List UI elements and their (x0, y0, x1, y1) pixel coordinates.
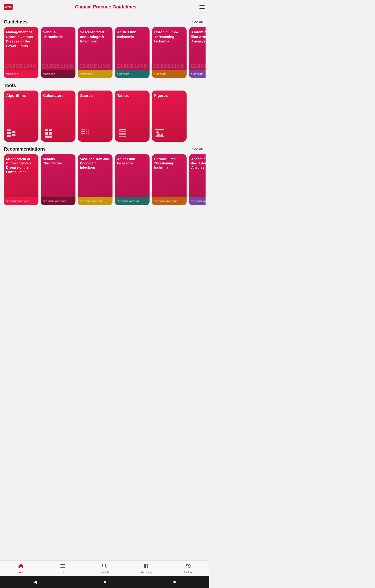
guideline-card-title: Management of Chronic Venous Disease of … (4, 27, 39, 50)
guideline-bottom-bar: GUIDELINE (41, 70, 75, 78)
guideline-bottom-label: GUIDELINE (117, 73, 129, 75)
rec-card-vascular-graft[interactable]: Vascular Graft and Endograft Infections … (78, 154, 112, 205)
rec-bottom-label: RECOMMENDATIONS (191, 200, 205, 202)
rec-card-venous-thrombosis[interactable]: Venous Thrombosis RECOMMENDATIONS (41, 154, 75, 205)
guideline-card-vascular-graft[interactable]: Vascular Graft and Endograft Infections … (78, 27, 112, 78)
tool-card-scores[interactable]: Scores (78, 91, 112, 142)
tools-section-header: Tools (4, 83, 205, 88)
guideline-card-title: Chronic Limb-Threatening Ischemia (152, 27, 187, 45)
guideline-bottom-bar: GUIDELINE (4, 70, 39, 78)
rec-bottom-bar: RECOMMENDATIONS (115, 197, 150, 205)
svg-rect-7 (45, 132, 48, 135)
rec-card-title: Abdominal Aorto-iliac Artery Aneurysms (189, 154, 205, 172)
rec-bottom-bar: RECOMMENDATIONS (4, 197, 39, 205)
guideline-card-venous-thrombosis[interactable]: Venous Thrombosis GUIDELINE GUIDELINE (41, 27, 75, 78)
rec-bottom-bar: RECOMMENDATIONS (152, 197, 187, 205)
guidelines-cards-scroll: Management of Chronic Venous Disease of … (4, 27, 205, 79)
recommendations-cards-scroll: Management of Chronic Venous Disease of … (4, 154, 205, 206)
guideline-bottom-bar: GUIDELINE (189, 70, 205, 78)
guideline-bottom-label: GUIDELINE (6, 73, 18, 75)
tools-cards-scroll: Algorithms Calculators (4, 91, 205, 143)
guideline-bottom-bar: GUIDELINE (152, 70, 187, 78)
algorithms-icon (6, 128, 36, 139)
calculators-icon (43, 128, 73, 139)
guideline-watermark: GUIDELINE (152, 62, 187, 70)
svg-rect-0 (7, 129, 11, 131)
rec-card-mgmt-chronic-venous[interactable]: Management of Chronic Venous Disease of … (4, 154, 39, 205)
svg-rect-20 (119, 131, 126, 132)
svg-rect-12 (88, 129, 89, 130)
tool-card-tables[interactable]: Tables (115, 91, 150, 142)
guideline-bottom-label: GUIDELINE (191, 73, 203, 75)
recommendations-see-all[interactable]: See all... (192, 147, 205, 151)
svg-rect-22 (119, 134, 126, 135)
svg-rect-11 (86, 129, 87, 130)
svg-point-25 (156, 131, 159, 134)
svg-rect-5 (45, 129, 48, 131)
rec-card-title: Management of Chronic Venous Disease of … (4, 154, 39, 176)
recommendations-title: Recommendations (4, 146, 46, 152)
figures-icon (154, 128, 184, 139)
guideline-card-chronic-limb[interactable]: Chronic Limb-Threatening Ischemia GUIDEL… (152, 27, 187, 78)
guideline-card-title: Venous Thrombosis (41, 27, 75, 41)
svg-rect-21 (119, 133, 126, 134)
guidelines-title: Guidelines (4, 19, 28, 25)
svg-rect-3 (12, 131, 15, 133)
guidelines-section-header: Guidelines See all... (4, 19, 205, 25)
rec-bottom-label: RECOMMENDATIONS (154, 200, 177, 202)
rec-bottom-label: RECOMMENDATIONS (43, 200, 66, 202)
guideline-watermark: GUIDEL (189, 62, 205, 70)
rec-bottom-bar: RECOMMENDATIONS (189, 197, 205, 205)
guidelines-see-all[interactable]: See all... (192, 20, 205, 24)
app-header: esvs Clinical Practice Guidelines (0, 0, 209, 14)
rec-card-abdominal[interactable]: Abdominal Aorto-iliac Artery Aneurysms R… (189, 154, 205, 205)
logo-box: esvs (4, 4, 13, 10)
svg-rect-2 (7, 135, 11, 137)
guideline-watermark: GUIDELINE (78, 62, 112, 70)
guideline-watermark: GUIDELINE (41, 62, 75, 70)
rec-bottom-label: RECOMMENDATIONS (80, 200, 103, 202)
svg-rect-19 (119, 129, 126, 130)
tables-icon (117, 128, 147, 139)
guideline-bottom-bar: GUIDELINE (115, 70, 150, 78)
guideline-card-abdominal[interactable]: Abdominal Aorto-iliac Artery Aneurysms G… (189, 27, 205, 78)
tool-card-title: Tables (117, 93, 147, 98)
tool-card-calculators[interactable]: Calculators (41, 91, 75, 142)
rec-card-title: Chronic Limb-Threatening Ischemia (152, 154, 187, 172)
svg-rect-6 (49, 129, 52, 131)
svg-rect-18 (88, 133, 89, 134)
svg-rect-15 (88, 131, 89, 132)
guideline-bottom-label: GUIDELINE (154, 73, 166, 75)
svg-rect-9 (45, 136, 52, 138)
rec-bottom-bar: RECOMMENDATIONS (41, 197, 75, 205)
tool-card-title: Calculators (43, 93, 73, 98)
svg-rect-4 (12, 134, 15, 136)
menu-button[interactable] (199, 4, 205, 10)
svg-rect-13 (81, 131, 85, 132)
guideline-card-title: Vascular Graft and Endograft Infections (78, 27, 112, 45)
rec-card-acute-limb[interactable]: Acute Limb Ischaemia RECOMMENDATIONS (115, 154, 150, 205)
rec-bottom-label: RECOMMENDATIONS (117, 200, 140, 202)
esvs-logo[interactable]: esvs (4, 4, 13, 10)
svg-rect-23 (119, 136, 126, 137)
rec-card-chronic-limb[interactable]: Chronic Limb-Threatening Ischemia RECOMM… (152, 154, 187, 205)
guideline-card-acute-limb[interactable]: Acute Limb Ischaemia GUIDELINE GUIDELINE (115, 27, 150, 78)
header-title: Clinical Practice Guidelines (13, 4, 199, 10)
svg-rect-1 (7, 132, 11, 134)
tools-title: Tools (4, 83, 16, 88)
rec-bottom-bar: RECOMMENDATIONS (78, 197, 112, 205)
svg-marker-26 (155, 133, 164, 137)
guideline-card-title: Abdominal Aorto-iliac Artery Aneurysms (189, 27, 205, 45)
guideline-bottom-label: GUIDELINE (43, 73, 55, 75)
tool-card-title: Algorithms (6, 93, 36, 98)
svg-rect-14 (86, 131, 87, 132)
tool-card-figures[interactable]: Figures (152, 91, 187, 142)
main-content: Guidelines See all... Management of Chro… (0, 14, 209, 225)
rec-card-title: Venous Thrombosis (41, 154, 75, 167)
tool-card-title: Figures (154, 93, 184, 98)
guideline-bottom-label: GUIDELINE (80, 73, 92, 75)
svg-rect-17 (86, 133, 87, 134)
svg-rect-8 (49, 132, 52, 135)
guideline-card-mgmt-chronic-venous[interactable]: Management of Chronic Venous Disease of … (4, 27, 39, 78)
tool-card-algorithms[interactable]: Algorithms (4, 91, 39, 142)
